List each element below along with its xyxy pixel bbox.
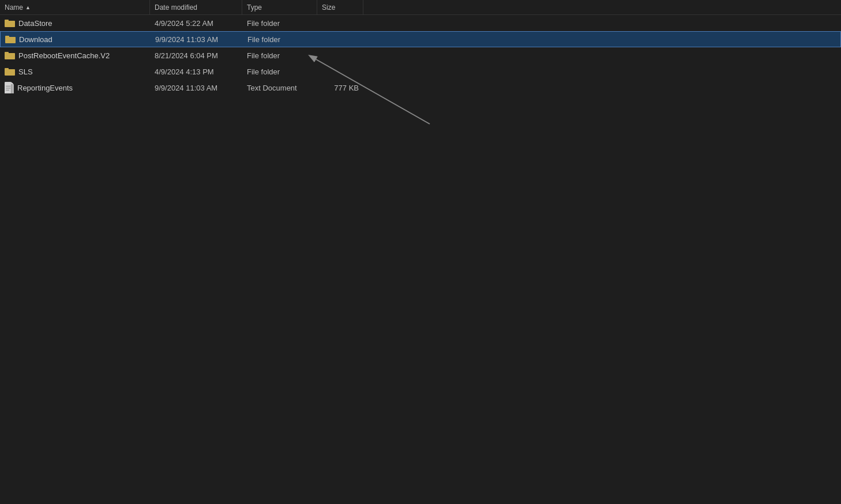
file-name: PostRebootEventCache.V2 [18,51,110,60]
cell-name: Download [1,32,151,47]
svg-rect-5 [5,52,9,54]
table-row[interactable]: DataStore 4/9/2024 5:22 AM File folder [0,15,841,31]
cell-type: File folder [242,47,317,63]
folder-icon [5,51,15,59]
table-row[interactable]: Download 9/9/2024 11:03 AM File folder [0,31,841,47]
table-row[interactable]: PostRebootEventCache.V2 8/21/2024 6:04 P… [0,47,841,63]
cell-size [317,63,363,80]
cell-date: 4/9/2024 5:22 AM [150,15,242,31]
cell-date: 9/9/2024 11:03 AM [150,80,242,96]
file-name: ReportingEvents [17,84,73,92]
column-header-size[interactable]: Size [317,0,363,14]
file-name: SLS [18,67,33,76]
svg-marker-10 [11,82,14,85]
column-name-label: Name [5,3,23,12]
svg-rect-13 [6,89,9,90]
column-header-name[interactable]: Name ▲ [0,0,150,14]
column-date-label: Date modified [155,3,197,12]
folder-icon [5,19,15,27]
column-header-date[interactable]: Date modified [150,0,242,14]
column-header-type[interactable]: Type [242,0,317,14]
cell-type: Text Document [242,80,317,96]
column-type-label: Type [247,3,262,12]
sort-indicator: ▲ [25,5,31,10]
cell-name: PostRebootEventCache.V2 [0,47,150,63]
svg-rect-7 [5,68,9,70]
table-row[interactable]: SLS 4/9/2024 4:13 PM File folder [0,63,841,80]
cell-type: File folder [242,15,317,31]
cell-name: DataStore [0,15,150,31]
folder-icon [5,35,16,43]
text-file-icon [5,82,14,93]
cell-size [317,15,363,31]
svg-rect-3 [5,36,9,38]
cell-size: 777 KB [317,80,363,96]
cell-date: 4/9/2024 4:13 PM [150,63,242,80]
cell-size [317,47,363,63]
folder-icon [5,67,15,76]
file-explorer: Name ▲ Date modified Type Size DataStore [0,0,841,504]
cell-type: File folder [242,63,317,80]
cell-name: ReportingEvents [0,80,150,96]
table-row[interactable]: ReportingEvents 9/9/2024 11:03 AM Text D… [0,80,841,96]
column-size-label: Size [322,3,335,12]
svg-rect-9 [11,84,14,93]
cell-name: SLS [0,63,150,80]
file-name: Download [19,35,52,44]
cell-size [318,32,364,47]
file-name: DataStore [18,19,52,28]
svg-rect-11 [6,86,10,86]
svg-rect-12 [6,88,10,88]
cell-date: 8/21/2024 6:04 PM [150,47,242,63]
svg-rect-1 [5,20,9,22]
table-header: Name ▲ Date modified Type Size [0,0,841,15]
cell-type: File folder [243,32,318,47]
cell-date: 9/9/2024 11:03 AM [151,32,243,47]
file-list: DataStore 4/9/2024 5:22 AM File folder D… [0,15,841,504]
